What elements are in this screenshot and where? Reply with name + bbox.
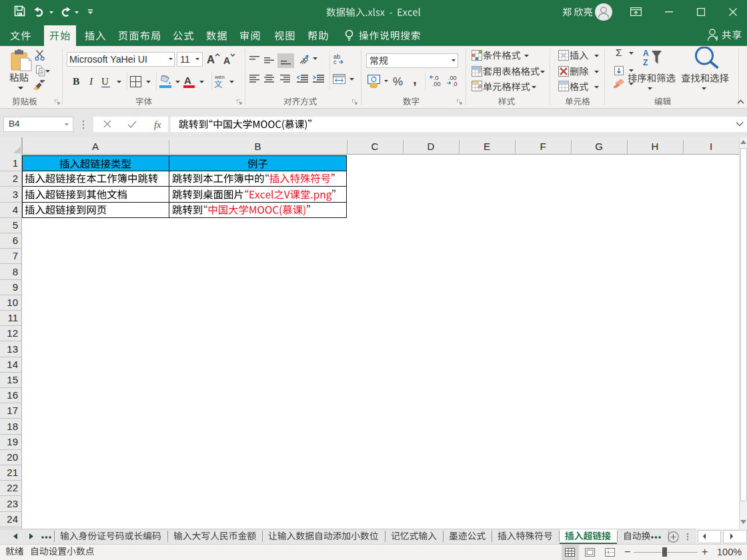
svg-text:.00: .00 — [432, 81, 441, 86]
svg-text:A: A — [643, 49, 649, 58]
svg-text:.0: .0 — [452, 81, 458, 86]
svg-text:Z: Z — [643, 58, 648, 67]
svg-text:c: c — [333, 59, 337, 64]
